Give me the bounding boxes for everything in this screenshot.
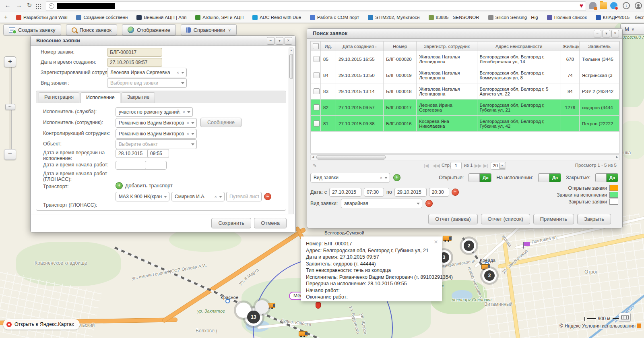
- remove-date-filter-icon[interactable]: −: [452, 189, 459, 196]
- service-combo[interactable]: участок по ремонту зданий,соор... ×: [116, 107, 193, 117]
- row-checkbox-cell[interactable]: [311, 83, 321, 100]
- cluster-marker[interactable]: 2: [462, 238, 476, 253]
- select-all-header[interactable]: [311, 41, 321, 51]
- clear-icon[interactable]: ×: [187, 129, 189, 138]
- forward-icon[interactable]: →: [14, 2, 23, 8]
- waybill-field[interactable]: Путевой лист: [226, 192, 262, 201]
- start-time-field[interactable]: [145, 161, 167, 170]
- scroll-up-icon[interactable]: ▲: [289, 48, 293, 53]
- clear-icon[interactable]: ×: [187, 118, 189, 127]
- col-number[interactable]: Номер: [384, 41, 417, 51]
- address-bar[interactable]: ♥: [46, 1, 586, 11]
- downloads-folder-icon[interactable]: [600, 2, 607, 9]
- ruler-icon[interactable]: [619, 313, 631, 322]
- last-page-icon[interactable]: ▶|: [483, 163, 488, 168]
- scroll-thumb[interactable]: [289, 54, 293, 79]
- table-hscrollbar[interactable]: ◀ ▶: [310, 154, 620, 160]
- remove-transport-icon[interactable]: −: [264, 193, 271, 200]
- tab-execution[interactable]: Исполнение: [80, 92, 120, 103]
- row-checkbox-cell[interactable]: [311, 100, 321, 116]
- kind-combo[interactable]: аварийная: [341, 199, 422, 208]
- clear-icon[interactable]: ×: [215, 192, 217, 201]
- prev-page-icon[interactable]: ◀◀: [433, 163, 440, 168]
- new-tab-plus-icon[interactable]: +: [4, 13, 8, 20]
- zoom-slider-handle[interactable]: [5, 104, 15, 110]
- dialog-scrollbar[interactable]: ▲: [289, 47, 294, 230]
- next-page-icon[interactable]: ▶▶: [475, 163, 482, 168]
- col-applicant[interactable]: Заявитель: [579, 41, 619, 51]
- start-date-field[interactable]: [116, 161, 148, 170]
- vehicle-combo[interactable]: МАЗ К 900 НК(кран): [116, 192, 169, 201]
- object-combo[interactable]: Выберите объект: [116, 139, 197, 149]
- dropdown-arrow-icon[interactable]: [187, 111, 190, 113]
- bookmark-item[interactable]: Полный список: [547, 15, 587, 20]
- extension-badge-icon[interactable]: [610, 2, 617, 9]
- table-row[interactable]: 83 29.10.2015 13:14 БЛГ-000018 Жигалова …: [311, 83, 619, 100]
- bookmarks-overflow-icon[interactable]: »: [618, 14, 621, 20]
- refresh-icon[interactable]: ↻: [25, 2, 34, 9]
- date-from-field[interactable]: 27.10.2015: [329, 188, 361, 197]
- row-checkbox-cell[interactable]: [311, 51, 321, 67]
- clear-icon[interactable]: ×: [183, 108, 185, 116]
- dropdown-arrow-icon[interactable]: [417, 203, 420, 205]
- cluster-marker[interactable]: 13: [245, 308, 262, 326]
- worker-combo[interactable]: Романченко Вадим Викторович ×: [116, 118, 197, 128]
- scroll-left-icon[interactable]: ◀: [312, 155, 314, 160]
- col-address[interactable]: Адрес неисправности: [477, 41, 561, 51]
- add-transport-link[interactable]: + Добавить транспорт: [116, 182, 173, 189]
- close-icon[interactable]: ×: [285, 37, 292, 45]
- dictionaries-button[interactable]: Справочники ∨: [181, 24, 237, 35]
- transfer-date-field[interactable]: 28.10.2015: [116, 149, 150, 158]
- page-size-select[interactable]: 20 ▾: [491, 162, 506, 170]
- close-icon[interactable]: ×: [611, 30, 619, 37]
- created-field[interactable]: 27.10.2015 09:57: [107, 58, 162, 67]
- footer-button[interactable]: Закрыть: [577, 214, 611, 224]
- controller-combo[interactable]: Романченко Вадим Викторович ×: [116, 129, 197, 139]
- type-combo[interactable]: Выберите вид заявки: [107, 78, 187, 88]
- bookmark-item[interactable]: 83885 - SENSONOR: [429, 15, 479, 20]
- dropdown-arrow-icon[interactable]: [219, 196, 222, 198]
- table-row[interactable]: 81 27.10.2015 09:38 БЛГ-000016 Косарева …: [311, 116, 619, 132]
- checkbox[interactable]: [314, 88, 320, 94]
- close-icon[interactable]: ×: [434, 238, 438, 246]
- footer-button[interactable]: Отчет (список): [481, 214, 530, 224]
- col-registrar[interactable]: Зарегистр. сотрудник: [417, 41, 477, 51]
- open-toggle[interactable]: Да: [469, 173, 491, 182]
- dropdown-arrow-icon[interactable]: [181, 72, 184, 74]
- col-id[interactable]: Ид.: [321, 41, 336, 51]
- exec-toggle[interactable]: Да: [538, 173, 561, 182]
- restore-icon[interactable]: ▾: [276, 37, 283, 45]
- clear-icon[interactable]: ×: [177, 68, 179, 77]
- footer-button[interactable]: Применить: [533, 214, 574, 224]
- open-in-yandex-maps[interactable]: Открыть в Яндекс.Картах: [3, 319, 80, 330]
- driver-combo[interactable]: Смирнов И.А. ×: [171, 192, 225, 201]
- zoom-in-button[interactable]: +: [4, 56, 16, 67]
- dropdown-arrow-icon[interactable]: [181, 82, 184, 84]
- cluster-marker[interactable]: 2: [482, 268, 497, 283]
- dropdown-arrow-icon[interactable]: [191, 143, 194, 145]
- favorites-heart-icon[interactable]: ♥: [580, 2, 583, 9]
- dropdown-arrow-icon[interactable]: [191, 133, 194, 135]
- back-icon[interactable]: ←: [3, 2, 12, 8]
- bookmark-item[interactable]: Внешний АЦП | Апп: [136, 15, 186, 20]
- bookmark-item[interactable]: STIM202, Мультиосн: [368, 15, 419, 20]
- restore-icon[interactable]: ▾: [603, 30, 610, 37]
- add-filter-icon[interactable]: +: [393, 174, 400, 181]
- dropdown-arrow-icon[interactable]: [191, 122, 194, 124]
- bookmark-item[interactable]: Работа с COM порт: [310, 15, 359, 20]
- dropdown-arrow-icon[interactable]: ▾: [499, 163, 505, 169]
- closed-toggle[interactable]: Да: [595, 173, 618, 182]
- zoom-out-button[interactable]: −: [4, 149, 16, 160]
- scroll-right-icon[interactable]: ▶: [616, 155, 618, 160]
- col-residents[interactable]: Жильцы: [561, 41, 579, 51]
- bookmark-item[interactable]: Silicon Sensing - Hig: [488, 15, 538, 20]
- dropdown-arrow-icon[interactable]: [384, 177, 388, 179]
- row-checkbox-cell[interactable]: [311, 116, 321, 132]
- display-button[interactable]: Отображение: [122, 24, 176, 35]
- checkbox[interactable]: [314, 72, 320, 78]
- clear-icon[interactable]: ×: [380, 173, 382, 182]
- truck-marker[interactable]: [443, 236, 452, 241]
- edit-pencil-icon[interactable]: ✎: [313, 163, 317, 168]
- purple-flag-marker[interactable]: [523, 242, 524, 249]
- tab-closing[interactable]: Закрытие: [122, 92, 155, 103]
